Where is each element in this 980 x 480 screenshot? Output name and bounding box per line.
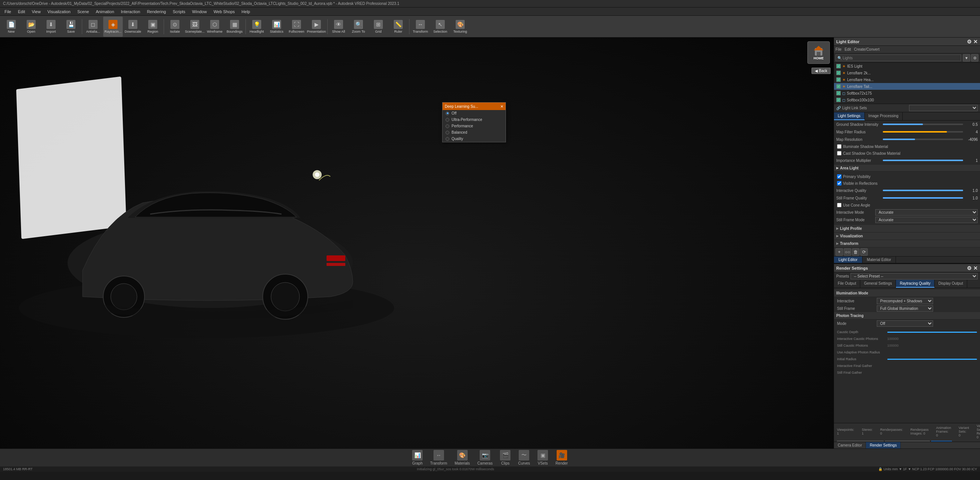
toolbar-ruler[interactable]: 📏 Ruler xyxy=(388,16,408,37)
menu-visualization[interactable]: Visualization xyxy=(44,9,73,14)
ground-shadow-intensity-slider[interactable] xyxy=(883,124,963,125)
toolbar-grid[interactable]: ⊞ Grid xyxy=(369,16,388,37)
tab-general-settings[interactable]: General Settings xyxy=(860,280,896,288)
visible-in-reflections-check[interactable] xyxy=(837,181,842,185)
toolbar-showall[interactable]: 👁 Show All xyxy=(329,16,348,37)
le-settings-btn[interactable]: ⚙ xyxy=(971,54,978,62)
toolbar-boundings[interactable]: ▦ Boundings xyxy=(225,16,244,37)
le-delete-btn[interactable]: 🗑 xyxy=(852,248,859,256)
toolbar-new[interactable]: 📄 New xyxy=(2,16,21,37)
menu-webshops[interactable]: Web Shops xyxy=(210,9,238,14)
light-check-sb72[interactable]: ✓ xyxy=(836,91,841,96)
tab-image-processing[interactable]: Image Processing xyxy=(865,112,903,120)
toolbar-fullscreen[interactable]: ⛶ Fullscreen xyxy=(287,16,306,37)
still-frame-quality-slider[interactable] xyxy=(883,197,963,199)
bottom-btn-curves[interactable]: 〜 Curves xyxy=(518,450,530,466)
bottom-btn-vsets[interactable]: ▣ VSets xyxy=(538,450,548,466)
viewport[interactable]: HOME ◀ Back xyxy=(0,38,834,448)
tab-render-settings-footer[interactable]: Render Settings xyxy=(866,442,901,448)
light-link-sets-label[interactable]: Light Link Sets xyxy=(842,106,908,110)
light-item-lensflare-hea[interactable]: ✓ ☀ Lensflare Hea... xyxy=(834,76,980,83)
le-convert-btn[interactable]: ⟳ xyxy=(860,248,868,256)
menu-edit[interactable]: Edit xyxy=(15,9,28,14)
menu-help[interactable]: Help xyxy=(239,9,253,14)
light-profile-section[interactable]: Light Profile xyxy=(834,225,980,233)
light-item-lensflare-tail[interactable]: ✓ ☀ Lensflare Tail... xyxy=(834,83,980,90)
toolbar-raytracin[interactable]: ◈ Raytracin... xyxy=(103,16,123,37)
toolbar-wireframe[interactable]: ⬡ Wireframe xyxy=(205,16,224,37)
bottom-btn-graph[interactable]: 📊 Graph xyxy=(412,450,423,466)
le-add-btn[interactable]: + xyxy=(835,248,843,256)
photon-tracing-title[interactable]: Photon Tracing xyxy=(834,312,980,320)
toolbar-presentation[interactable]: ▶ Presentation xyxy=(307,16,326,37)
toolbar-statistics[interactable]: 📊 Statistics xyxy=(267,16,286,37)
toolbar-import[interactable]: ⬇ Import xyxy=(41,16,61,37)
menu-window[interactable]: Window xyxy=(189,9,210,14)
use-cone-angle-check[interactable] xyxy=(837,203,842,207)
dl-close-icon[interactable]: ✕ xyxy=(500,104,503,108)
toolbar-open[interactable]: 📂 Open xyxy=(21,16,41,37)
toolbar-texturing[interactable]: 🎨 Texturing xyxy=(450,16,470,37)
menu-view[interactable]: View xyxy=(29,9,44,14)
still-frame-mode-dropdown[interactable]: Accurate Fast xyxy=(875,217,978,223)
bottom-btn-clips[interactable]: 🎬 Clips xyxy=(500,450,511,466)
light-check-lf2k[interactable]: ✓ xyxy=(836,70,841,75)
importance-multiplier-slider[interactable] xyxy=(883,159,963,161)
light-check-ies[interactable]: ✓ xyxy=(836,64,841,69)
le-duplicate-btn[interactable]: ○○ xyxy=(844,248,851,256)
transform-section[interactable]: Transform xyxy=(834,240,980,247)
lights-search[interactable]: 🔍 Lights xyxy=(835,54,961,61)
light-check-sb100[interactable]: ✓ xyxy=(836,98,841,102)
toolbar-isolate[interactable]: ⊙ Isolate xyxy=(165,16,185,37)
le-edit-menu[interactable]: Edit xyxy=(845,47,851,51)
illumination-mode-title[interactable]: Illumination Mode xyxy=(834,290,980,297)
home-button[interactable]: HOME xyxy=(807,41,830,64)
menu-rendering[interactable]: Rendering xyxy=(144,9,169,14)
interactive-illumination-dropdown[interactable]: Precomputed + Shadows Full Global Illumi… xyxy=(877,298,933,304)
map-filter-radius-slider[interactable] xyxy=(883,131,963,132)
still-frame-illumination-dropdown[interactable]: Full Global Illumination Precomputed + S… xyxy=(877,305,933,312)
map-resolution-slider[interactable] xyxy=(883,139,963,140)
back-button[interactable]: ◀ Back xyxy=(811,68,830,74)
rs-settings-icon[interactable]: ⚙ xyxy=(967,265,972,271)
le-expand-btn[interactable]: ▼ xyxy=(963,54,970,62)
dl-option-ultra[interactable]: Ultra-Performance xyxy=(442,116,506,123)
toolbar-save[interactable]: 💾 Save xyxy=(61,16,81,37)
toolbar-headlight[interactable]: 💡 Headlight xyxy=(247,16,266,37)
bottom-btn-render[interactable]: 🎥 Render xyxy=(555,450,568,466)
tab-raytracing-quality[interactable]: Raytracing Quality xyxy=(896,280,935,288)
bottom-btn-materials[interactable]: 🎨 Materials xyxy=(455,450,470,466)
bottom-btn-cameras[interactable]: 📷 Cameras xyxy=(477,450,493,466)
light-item-ies[interactable]: ✓ ☀ IES Light xyxy=(834,63,980,70)
tab-display-output[interactable]: Display Output xyxy=(935,280,967,288)
interactive-quality-slider[interactable] xyxy=(883,190,963,191)
menu-scene[interactable]: Scene xyxy=(74,9,92,14)
dl-option-performance[interactable]: Performance xyxy=(442,123,506,129)
dl-option-quality[interactable]: Quality xyxy=(442,136,506,142)
menu-interaction[interactable]: Interaction xyxy=(118,9,143,14)
light-editor-settings-icon[interactable]: ⚙ xyxy=(967,39,972,45)
toolbar-zoomto[interactable]: 🔍 Zoom To xyxy=(349,16,368,37)
light-item-softbox100[interactable]: ✓ ◻ Softbox100x100 xyxy=(834,97,980,103)
dl-option-off[interactable]: Off xyxy=(442,110,506,116)
primary-visibility-check[interactable] xyxy=(837,174,842,179)
rs-close-icon[interactable]: ✕ xyxy=(973,265,978,271)
le-create-convert-menu[interactable]: Create/Convert xyxy=(854,47,880,51)
light-check-lftail[interactable]: ✓ xyxy=(836,84,841,89)
caustic-depth-slider[interactable] xyxy=(887,332,977,333)
area-light-section-header[interactable]: Area Light xyxy=(834,164,980,172)
interactive-mode-dropdown[interactable]: Accurate Fast xyxy=(875,209,978,215)
light-check-lfhea[interactable]: ✓ xyxy=(836,77,841,82)
le-file-menu[interactable]: File xyxy=(835,47,842,51)
toolbar-downscale[interactable]: ⬇ Downscale xyxy=(123,16,143,37)
toolbar-selection[interactable]: ↖ Selection xyxy=(431,16,450,37)
toolbar-antialia[interactable]: ◻ Antialia... xyxy=(83,16,103,37)
light-link-sets-dropdown[interactable] xyxy=(909,105,978,111)
initial-radius-slider[interactable] xyxy=(887,359,977,360)
presets-dropdown[interactable]: -- Select Preset -- xyxy=(851,273,978,279)
dl-option-balanced[interactable]: Balanced xyxy=(442,129,506,136)
tab-light-settings[interactable]: Light Settings xyxy=(834,112,865,120)
tab-camera-editor[interactable]: Camera Editor xyxy=(834,442,866,448)
visualization-section[interactable]: Visualization xyxy=(834,233,980,240)
photon-mode-dropdown[interactable]: Off On xyxy=(877,321,933,327)
